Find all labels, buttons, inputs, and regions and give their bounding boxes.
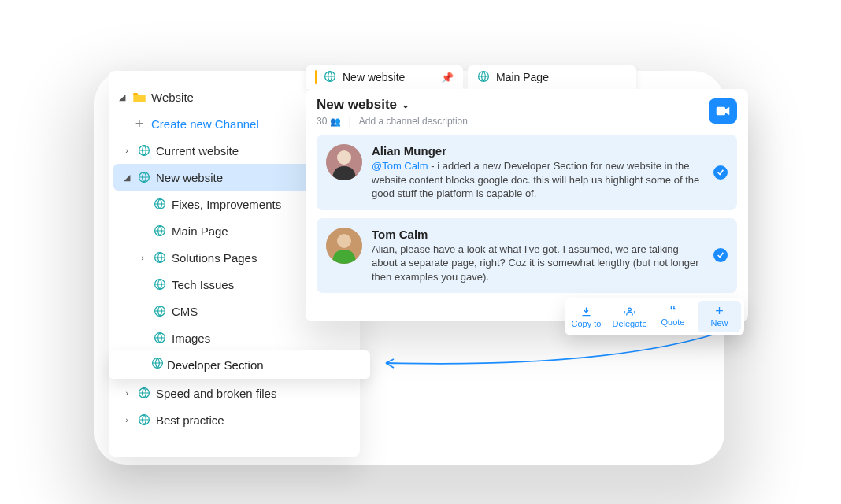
globe-icon bbox=[151, 198, 169, 210]
plus-icon: + bbox=[715, 306, 724, 317]
quote-button[interactable]: “ Quote bbox=[651, 298, 695, 335]
channel-description-input[interactable]: Add a channel description bbox=[359, 116, 468, 127]
video-call-button[interactable] bbox=[709, 98, 737, 124]
sidebar-item-images[interactable]: Images bbox=[109, 324, 360, 351]
new-button[interactable]: + New bbox=[698, 301, 741, 332]
sidebar-item-label: Tech Issues bbox=[169, 278, 234, 291]
globe-icon bbox=[135, 171, 153, 183]
avatar bbox=[326, 144, 362, 180]
svg-point-15 bbox=[337, 150, 351, 165]
globe-icon bbox=[151, 224, 169, 237]
mention[interactable]: @Tom Calm bbox=[372, 160, 428, 172]
sidebar-item-developer-section[interactable]: Developer Section bbox=[109, 350, 370, 379]
action-label: Copy to bbox=[572, 319, 602, 328]
caret-right-icon: › bbox=[118, 388, 135, 398]
pin-icon[interactable]: 📌 bbox=[441, 72, 454, 83]
globe-icon bbox=[135, 413, 153, 426]
svg-point-17 bbox=[337, 234, 351, 248]
caret-right-icon: › bbox=[118, 415, 135, 424]
sidebar-item-label: CMS bbox=[169, 305, 198, 318]
chat-panel: New website ⌄ 30 👥 | Add a channel descr… bbox=[306, 89, 748, 321]
sidebar-item-best[interactable]: › Best practice bbox=[109, 406, 360, 433]
sidebar-item-label: Solutions Pages bbox=[169, 251, 257, 265]
globe-icon bbox=[135, 387, 153, 399]
chevron-down-icon: ⌄ bbox=[402, 99, 409, 110]
sidebar-item-speed[interactable]: › Speed and broken files bbox=[109, 380, 360, 406]
globe-icon bbox=[151, 332, 169, 344]
delegate-button[interactable]: Delegate bbox=[608, 298, 651, 335]
globe-icon bbox=[151, 251, 169, 264]
chat-title[interactable]: New website ⌄ bbox=[317, 97, 737, 113]
create-channel-label: Create new Channel bbox=[148, 117, 259, 131]
tab-label: New website bbox=[343, 71, 405, 83]
globe-icon bbox=[151, 357, 164, 372]
caret-down-icon: ◢ bbox=[113, 92, 131, 102]
tab-label: Main Page bbox=[496, 71, 549, 83]
sidebar-item-label: New website bbox=[153, 171, 223, 184]
sidebar-item-label: Current website bbox=[153, 144, 239, 158]
sidebar-root-label: Website bbox=[148, 91, 194, 104]
caret-down-icon: ◢ bbox=[118, 172, 135, 183]
message[interactable]: Alian Munger @Tom Calm - i added a new D… bbox=[317, 135, 737, 210]
status-check-icon[interactable] bbox=[713, 165, 728, 180]
action-label: Quote bbox=[661, 317, 685, 327]
message[interactable]: Tom Calm Alian, please have a look at wh… bbox=[317, 218, 737, 294]
member-count[interactable]: 30 👥 bbox=[317, 116, 341, 127]
sidebar-item-label: Images bbox=[169, 332, 210, 345]
sidebar-item-label: Main Page bbox=[169, 224, 228, 238]
status-check-icon[interactable] bbox=[713, 248, 728, 262]
svg-point-18 bbox=[628, 308, 632, 311]
message-author: Tom Calm bbox=[372, 228, 702, 241]
globe-icon bbox=[135, 144, 153, 157]
message-body: @Tom Calm - i added a new Developer Sect… bbox=[372, 159, 702, 201]
plus-icon: + bbox=[131, 116, 148, 132]
message-actions: Copy to Delegate “ Quote + New bbox=[565, 298, 744, 335]
globe-icon bbox=[324, 70, 336, 85]
tab-main-page[interactable]: Main Page bbox=[468, 65, 636, 89]
people-icon: 👥 bbox=[330, 117, 341, 126]
sidebar-item-label: Speed and broken files bbox=[153, 387, 276, 400]
globe-icon bbox=[477, 70, 490, 85]
copy-to-button[interactable]: Copy to bbox=[565, 298, 608, 335]
caret-right-icon: › bbox=[118, 146, 135, 155]
tab-new-website[interactable]: New website 📌 bbox=[306, 65, 463, 89]
chat-title-text: New website bbox=[317, 97, 397, 113]
message-author: Alian Munger bbox=[372, 144, 702, 158]
svg-rect-13 bbox=[717, 107, 725, 116]
sidebar-item-label: Developer Section bbox=[164, 358, 264, 372]
avatar bbox=[326, 228, 362, 264]
action-label: New bbox=[710, 318, 728, 328]
folder-icon bbox=[131, 91, 148, 102]
message-body: Alian, please have a look at what I've g… bbox=[372, 243, 702, 284]
caret-right-icon: › bbox=[134, 253, 151, 262]
sidebar-item-label: Fixes, Improvements bbox=[169, 198, 281, 211]
active-indicator bbox=[315, 70, 317, 84]
sidebar-item-label: Best practice bbox=[153, 413, 224, 427]
globe-icon bbox=[151, 278, 169, 291]
globe-icon bbox=[151, 305, 169, 317]
action-label: Delegate bbox=[612, 319, 646, 328]
quote-icon: “ bbox=[670, 306, 676, 316]
